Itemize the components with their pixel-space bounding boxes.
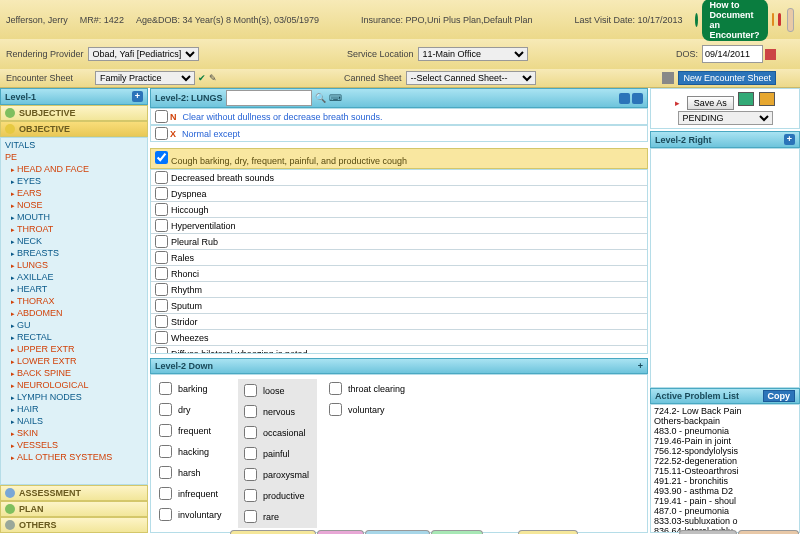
tree-item[interactable]: UPPER EXTR [3, 343, 145, 355]
bottom-tab[interactable]: Face Sheet [738, 530, 799, 534]
dos-input[interactable] [702, 45, 763, 63]
flag-icon[interactable]: ▸ [675, 98, 680, 108]
modifier-checkbox[interactable]: occasional [240, 423, 315, 442]
soap-subjective[interactable]: SUBJECTIVE [0, 105, 148, 121]
tree-item[interactable]: SKIN [3, 427, 145, 439]
tree-item[interactable]: LOWER EXTR [3, 355, 145, 367]
finding-item[interactable]: Dyspnea [151, 186, 647, 202]
status-select[interactable]: PENDING [678, 111, 773, 125]
modifier-checkbox[interactable]: rare [240, 507, 315, 526]
finding-item[interactable]: Wheezes [151, 330, 647, 346]
search-icon[interactable]: 🔍 [315, 93, 326, 103]
tree-item[interactable]: VITALS [3, 139, 145, 151]
tree-item[interactable]: RECTAL [3, 331, 145, 343]
level2-down-add-icon[interactable]: + [638, 361, 643, 371]
tree-item[interactable]: GU [3, 319, 145, 331]
bottom-tab[interactable]: Doc. Mgmt [679, 530, 738, 534]
service-location-select[interactable]: 11-Main Office [418, 47, 528, 61]
problem-item[interactable]: 719.41 - pain - shoul [654, 496, 796, 506]
bottom-tab[interactable]: Visit Hx [317, 530, 363, 534]
quick-normal-row[interactable]: NClear without dullness or decrease brea… [150, 108, 648, 125]
soap-others[interactable]: OTHERS [0, 517, 148, 533]
tree-item[interactable]: NOSE [3, 199, 145, 211]
tree-item[interactable]: BACK SPINE [3, 367, 145, 379]
modifier-checkbox[interactable]: infrequent [155, 484, 230, 503]
rendering-provider-select[interactable]: Obad, Yafi [Pediatrics] [88, 47, 199, 61]
level1-add-icon[interactable]: + [132, 91, 143, 102]
tree-item[interactable]: LYMPH NODES [3, 391, 145, 403]
close-icon[interactable] [778, 13, 781, 26]
bottom-tab[interactable]: Order Hx [431, 530, 483, 534]
finding-item[interactable]: Sputum [151, 298, 647, 314]
problem-item[interactable]: 756.12-spondylolysis [654, 446, 796, 456]
level2-search-input[interactable] [226, 90, 312, 106]
problem-item[interactable]: 715.11-Osteoarthrosi [654, 466, 796, 476]
finding-item[interactable]: Decreased breath sounds [151, 170, 647, 186]
modifier-checkbox[interactable]: frequent [155, 421, 230, 440]
tree-item[interactable]: HAIR [3, 403, 145, 415]
tree-item[interactable]: EARS [3, 187, 145, 199]
problem-item[interactable]: 491.21 - bronchitis [654, 476, 796, 486]
tree-item[interactable]: ABDOMEN [3, 307, 145, 319]
tree-item[interactable]: EYES [3, 175, 145, 187]
help-link[interactable]: How to Document an Encounter? [702, 0, 768, 41]
modifier-checkbox[interactable]: harsh [155, 463, 230, 482]
tree-item[interactable]: NECK [3, 235, 145, 247]
soap-plan[interactable]: PLAN [0, 501, 148, 517]
tree-item[interactable]: NEUROLOGICAL [3, 379, 145, 391]
tree-item[interactable]: BREASTS [3, 247, 145, 259]
tree-item[interactable]: THROAT [3, 223, 145, 235]
tree-item[interactable]: PE [3, 151, 145, 163]
modifier-checkbox[interactable]: nervous [240, 402, 315, 421]
finding-item[interactable]: Stridor [151, 314, 647, 330]
bottom-tab[interactable]: Flow Sheet [518, 530, 578, 534]
modifier-checkbox[interactable]: voluntary [325, 400, 405, 419]
level2-add-icon[interactable] [632, 93, 643, 104]
tree-item[interactable]: LUNGS [3, 259, 145, 271]
bottom-tab[interactable]: Schedule Hx [365, 530, 431, 534]
modifier-checkbox[interactable]: throat clearing [325, 379, 405, 398]
level2-right-add-icon[interactable]: + [784, 134, 795, 145]
finding-item[interactable]: Rales [151, 250, 647, 266]
modifier-checkbox[interactable]: productive [240, 486, 315, 505]
quick-except-row[interactable]: XNormal except [150, 125, 648, 142]
problem-item[interactable]: 493.90 - asthma D2 [654, 486, 796, 496]
tree-item[interactable]: HEART [3, 283, 145, 295]
tree-item[interactable]: MOUTH [3, 211, 145, 223]
refresh-icon[interactable] [695, 13, 698, 27]
bottom-tab[interactable]: Current Encounter [230, 530, 316, 534]
edit-icon[interactable]: ✎ [209, 73, 217, 83]
word-icon[interactable] [738, 92, 754, 106]
modifier-checkbox[interactable]: loose [240, 381, 315, 400]
help-icon[interactable] [772, 13, 775, 26]
modifier-checkbox[interactable]: paroxysmal [240, 465, 315, 484]
canned-sheet-select[interactable]: --Select Canned Sheet-- [406, 71, 536, 85]
tree-item[interactable]: ALL OTHER SYSTEMS [3, 451, 145, 463]
finding-item[interactable]: Diffuse bilateral wheezing is noted [151, 346, 647, 354]
keyboard-icon[interactable]: ⌨ [329, 93, 342, 103]
modifier-checkbox[interactable]: involuntary [155, 505, 230, 524]
level2-expand-icon[interactable] [619, 93, 630, 104]
modifier-checkbox[interactable]: painful [240, 444, 315, 463]
copy-button[interactable]: Copy [763, 390, 796, 402]
problem-item[interactable]: 487.0 - pneumonia [654, 506, 796, 516]
check-icon[interactable]: ✔ [198, 73, 206, 83]
new-encounter-button[interactable]: New Encounter Sheet [678, 71, 776, 85]
print-icon[interactable] [662, 72, 674, 84]
tree-item[interactable]: NAILS [3, 415, 145, 427]
tree-item[interactable]: THORAX [3, 295, 145, 307]
modifier-checkbox[interactable]: barking [155, 379, 230, 398]
tree-item[interactable]: HEAD AND FACE [3, 163, 145, 175]
problem-item[interactable]: 833.03-subluxation o [654, 516, 796, 526]
encounter-sheet-select[interactable]: Family Practice [95, 71, 195, 85]
problem-item[interactable]: 719.46-Pain in joint [654, 436, 796, 446]
doc-icon[interactable] [759, 92, 775, 106]
tree-item[interactable]: AXILLAE [3, 271, 145, 283]
soap-objective[interactable]: OBJECTIVE [0, 121, 148, 137]
problem-item[interactable]: 722.52-degeneration [654, 456, 796, 466]
finding-item[interactable]: Rhythm [151, 282, 647, 298]
problem-item[interactable]: Others-backpain [654, 416, 796, 426]
finding-item[interactable]: Pleural Rub [151, 234, 647, 250]
tree-item[interactable]: VESSELS [3, 439, 145, 451]
finding-item[interactable]: Hyperventilation [151, 218, 647, 234]
